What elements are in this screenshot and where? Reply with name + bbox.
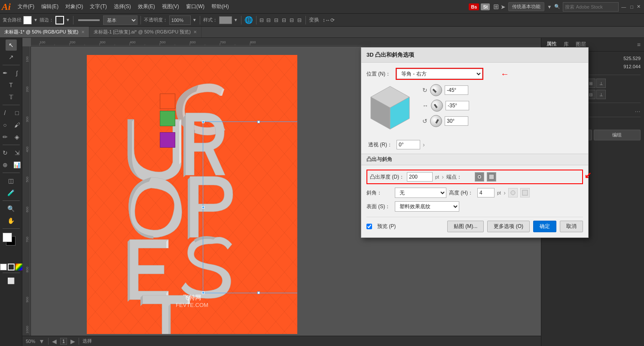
tab-1[interactable]: 未标题-1* @ 50% (RGB/GPU 预览) ✕ [0, 27, 89, 37]
rotation-2-input[interactable] [446, 101, 469, 110]
panel-options-icon[interactable]: … [635, 106, 641, 113]
align-left-icon[interactable]: ⊟ [259, 17, 264, 23]
bevel-btn-2[interactable] [520, 188, 530, 197]
menu-view[interactable]: 视图(V) [159, 3, 183, 10]
nav-prev-btn[interactable]: ◀ [52, 338, 57, 345]
perspective-input[interactable] [397, 140, 420, 149]
search-icon[interactable]: 🔍 [554, 4, 560, 9]
perspective-label: 透视 (R)： [368, 141, 394, 149]
pencil-tool[interactable]: ✏ [0, 131, 11, 143]
selection-tool[interactable]: ↖ [6, 39, 17, 51]
touch-type-tool[interactable]: 𝕋 [6, 91, 17, 103]
bevel-height-input[interactable] [477, 188, 494, 197]
ellipse-tool[interactable]: ○ [0, 119, 11, 131]
align-right-icon[interactable]: ⊟ [274, 17, 278, 23]
rotation-1-dial[interactable] [430, 84, 442, 96]
swatch-green[interactable] [160, 111, 175, 126]
opacity-dropdown-icon[interactable]: ▼ [192, 18, 197, 22]
graph-tool[interactable]: 📊 [12, 159, 23, 170]
minimize-icon[interactable]: — [621, 4, 626, 9]
extrude-more-icon[interactable]: › [442, 173, 444, 180]
rect-tool[interactable]: □ [12, 107, 23, 118]
more-options-btn[interactable]: 更多选项 (O) [487, 221, 530, 232]
eyedropper-tool[interactable]: 🧪 [6, 187, 17, 198]
shaper-tool[interactable]: ◈ [12, 131, 23, 143]
nav-next-btn[interactable]: ▶ [70, 338, 75, 345]
fill-swatch[interactable] [23, 16, 32, 24]
curvature-tool[interactable]: ∫ [12, 67, 23, 79]
artboard[interactable]: 飞特网 FEVTE.COM [87, 55, 297, 334]
zoom-dropdown-btn[interactable]: ▼ [39, 338, 45, 345]
align-center-icon[interactable]: ⊟ [266, 17, 271, 23]
warp-tool[interactable]: ⊕ [0, 159, 11, 170]
group-btn[interactable]: 编组 [594, 130, 641, 140]
line-tool[interactable]: / [0, 107, 11, 118]
rotation-2-dial[interactable] [431, 100, 443, 112]
stroke-dropdown-icon[interactable]: ▼ [66, 18, 70, 22]
stroke-style-select[interactable]: 基本 [103, 15, 137, 25]
gradient-fill-icon[interactable] [15, 264, 22, 270]
menu-edit[interactable]: 编辑(E) [38, 3, 62, 10]
panel-menu-icon[interactable]: ≡ [637, 41, 641, 48]
preview-checkbox[interactable] [366, 224, 372, 229]
menu-object[interactable]: 对象(O) [62, 3, 86, 10]
close-window-icon[interactable]: ✕ [637, 4, 641, 9]
maximize-icon[interactable]: □ [630, 4, 633, 9]
tab-2-close[interactable]: ✕ [193, 30, 197, 34]
distribute-bottom-btn[interactable]: ⊥ [596, 90, 606, 99]
menu-window[interactable]: 窗口(W) [183, 3, 208, 10]
bevel-height-more-icon[interactable]: › [504, 189, 506, 196]
mode-button[interactable]: 传统基本功能 [508, 2, 544, 11]
layout-grid-icon[interactable]: ⊞ [493, 3, 499, 11]
perspective-more-icon[interactable]: › [423, 141, 425, 148]
paintbrush-tool[interactable]: 🖌 [12, 119, 23, 131]
align-middle-icon[interactable]: ⊟ [290, 17, 294, 23]
artboard-tool[interactable]: ⬜ [6, 275, 17, 286]
mode-dropdown-icon[interactable]: ▼ [547, 4, 552, 9]
stroke-icon[interactable] [8, 264, 15, 270]
scale-tool[interactable]: ⇲ [12, 147, 23, 158]
swatch-orange[interactable] [160, 94, 175, 109]
pen-tool[interactable]: ✒ [0, 67, 11, 79]
stroke-swatch[interactable] [55, 16, 64, 24]
style-dropdown-icon[interactable]: ▼ [234, 18, 238, 22]
swatch-dropdown-icon[interactable]: ▼ [34, 18, 38, 22]
menu-help[interactable]: 帮助(H) [208, 3, 232, 10]
rotate-tool[interactable]: ↻ [0, 147, 11, 158]
fill-icon[interactable] [0, 264, 7, 270]
position-select[interactable]: 等角 - 右方 等角 - 左方 等角 - 上方 自定义旋转 [397, 69, 482, 79]
endpoint-btn-1[interactable] [475, 172, 484, 182]
cancel-btn[interactable]: 取消 [560, 221, 583, 232]
direct-select-tool[interactable]: ↗ [6, 52, 17, 63]
bevel-btn-1[interactable] [508, 188, 518, 197]
align-top-icon[interactable]: ⊟ [282, 17, 286, 23]
send-icon[interactable]: ➤ [501, 3, 506, 10]
extrude-depth-input[interactable] [407, 172, 433, 182]
endpoint-btn-2[interactable] [487, 172, 496, 182]
align-bottom-btn[interactable]: ⊥ [596, 79, 606, 88]
rotation-3-dial[interactable] [430, 115, 442, 127]
menu-select[interactable]: 选择(S) [110, 3, 134, 10]
gradient-tool[interactable]: ◫ [6, 175, 17, 186]
rotation-1-input[interactable] [445, 85, 468, 95]
type-tool[interactable]: T [6, 79, 17, 91]
menu-text[interactable]: 文字(T) [86, 3, 110, 10]
swatch-purple[interactable] [160, 132, 175, 148]
menu-file[interactable]: 文件(F) [14, 3, 38, 10]
align-bottom-icon[interactable]: ⊟ [297, 17, 302, 23]
tab-1-close[interactable]: ✕ [81, 30, 85, 34]
hand-tool[interactable]: ✋ [6, 215, 17, 226]
zoom-tool[interactable]: 🔍 [6, 203, 17, 214]
bevel-select[interactable]: 无 [395, 188, 446, 198]
ok-btn[interactable]: 确定 [533, 221, 556, 232]
menu-effect[interactable]: 效果(E) [134, 3, 159, 10]
opacity-input[interactable] [169, 15, 191, 25]
nav-input[interactable]: 1 [60, 338, 67, 345]
fg-color-swatch[interactable] [3, 233, 12, 242]
tab-2[interactable]: 未标题-1 [已恢复].ai* @ 50% (RGB/GPU 预览) ✕ [89, 27, 201, 37]
globe-icon[interactable]: 🌐 [244, 16, 253, 24]
map-btn[interactable]: 贴图 (M)... [447, 221, 484, 232]
stock-search-input[interactable] [563, 2, 619, 12]
surface-select[interactable]: 塑料效果底纹 扩散底纹 无底纹 [395, 201, 459, 212]
rotation-3-input[interactable] [445, 116, 468, 126]
